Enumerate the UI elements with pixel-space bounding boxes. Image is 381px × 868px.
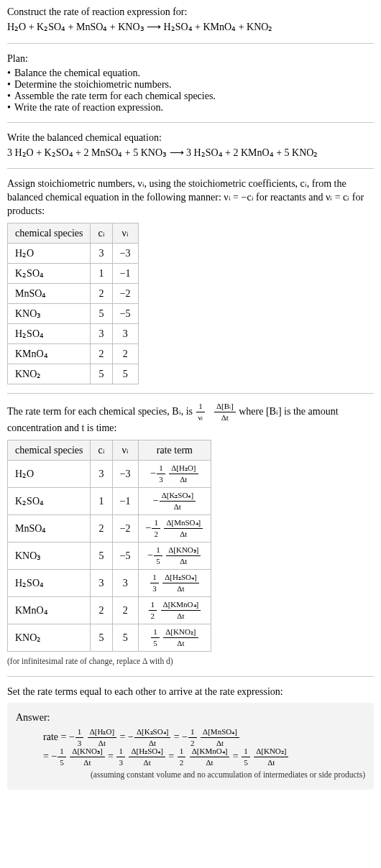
cell-species: K₂SO₄	[8, 488, 91, 515]
spacer	[198, 731, 201, 742]
cell-c: 2	[91, 597, 112, 624]
cell-species: H₂SO₄	[8, 324, 91, 344]
rate-term-section: The rate term for each chemical species,…	[7, 402, 374, 667]
cell-nu: −1	[112, 264, 138, 284]
plan-bullets: •Balance the chemical equation. •Determi…	[7, 68, 374, 114]
delta-fraction: Δ[KNO₂]Δt	[163, 628, 198, 647]
frac-den: Δt	[162, 583, 198, 593]
delta-fraction: Δ[H₂O]Δt	[169, 464, 198, 484]
spacer	[160, 632, 163, 642]
balanced-section: Write the balanced chemical equation: 3 …	[7, 131, 374, 160]
sign: −	[153, 495, 159, 506]
delta-fraction: Δ[KNO₂]Δt	[254, 747, 288, 767]
frac-num: 1	[154, 546, 162, 556]
cell-c: 2	[91, 284, 112, 304]
rate-term-expr: −15 Δ[KNO₃]Δt	[147, 546, 201, 565]
frac-num: Δ[K₂SO₄]	[160, 491, 196, 502]
spacer	[67, 751, 70, 762]
frac-den: 2	[188, 738, 197, 747]
cell-nu: −2	[112, 284, 138, 304]
delta-fraction: Δ[KNO₃]Δt	[70, 747, 104, 767]
delta-fraction: Δ[H₂SO₄]Δt	[129, 747, 165, 767]
answer-label: Answer:	[16, 711, 365, 725]
rate-expression-line-1: rate = −13 Δ[H₂O]Δt = −Δ[K₂SO₄]Δt = −12 …	[16, 728, 365, 747]
frac-den: 3	[116, 757, 125, 767]
cell-rate-term: −13 Δ[H₂O]Δt	[138, 461, 211, 488]
final-section: Set the rate terms equal to each other t…	[7, 685, 374, 790]
equals-sign: =	[230, 751, 241, 762]
answer-box: Answer: rate = −13 Δ[H₂O]Δt = −Δ[K₂SO₄]Δ…	[7, 703, 374, 789]
coef-fraction: 12	[188, 728, 197, 747]
frac-den: Δt	[201, 738, 239, 747]
rate-term-expr: 12 Δ[KMnO₄]Δt	[148, 601, 202, 620]
frac-den: Δt	[161, 611, 201, 620]
plan-item: •Determine the stoichiometric numbers.	[7, 79, 374, 91]
coef-fraction: 15	[58, 747, 66, 767]
coef-fraction: 12	[149, 601, 157, 620]
spacer	[208, 405, 211, 419]
col-species: chemical species	[8, 440, 91, 461]
table-row: H₂O3−3−13 Δ[H₂O]Δt	[8, 461, 211, 488]
cell-rate-term: 15 Δ[KNO₂]Δt	[138, 624, 211, 652]
frac-den: 3	[157, 474, 165, 484]
spacer	[157, 604, 160, 615]
spacer	[84, 731, 87, 742]
rate-term-expr: −Δ[K₂SO₄]Δt	[128, 728, 171, 747]
cell-nu: −3	[112, 461, 138, 488]
spacer	[161, 522, 164, 533]
frac-num: Δ[Bᵢ]	[214, 402, 236, 412]
plan-item-text: Assemble the rate term for each chemical…	[14, 91, 216, 102]
plan-item: •Assemble the rate term for each chemica…	[7, 91, 374, 102]
frac-num: 1	[151, 628, 160, 638]
frac-den: Δt	[214, 412, 236, 422]
frac-num: 1	[196, 402, 206, 412]
coef-fraction: 13	[75, 728, 84, 747]
cell-species: KMnO₄	[8, 597, 91, 624]
cell-c: 5	[91, 364, 112, 384]
coef-fraction: 12	[178, 747, 186, 767]
equals-sign: =	[106, 751, 116, 762]
equals-sign: =	[117, 731, 128, 742]
cell-c: 2	[91, 344, 112, 364]
cell-nu: 2	[112, 344, 138, 364]
frac-den: Δt	[134, 738, 170, 747]
rate-term-footnote: (for infinitesimal rate of change, repla…	[7, 656, 374, 668]
cell-rate-term: 12 Δ[KMnO₄]Δt	[138, 597, 211, 624]
frac-num: Δ[K₂SO₄]	[134, 728, 170, 738]
coef-fraction: 15	[242, 747, 250, 767]
frac-den: Δt	[164, 529, 203, 538]
cell-species: H₂SO₄	[8, 570, 91, 597]
cell-nu: 2	[112, 597, 138, 624]
cell-species: KNO₃	[8, 304, 91, 324]
frac-num: Δ[KNO₃]	[70, 747, 104, 757]
frac-den: Δt	[160, 502, 196, 511]
answer-note: (assuming constant volume and no accumul…	[16, 770, 365, 781]
rate-term-expr: −13 Δ[H₂O]Δt	[69, 728, 117, 747]
delta-fraction: Δ[KMnO₄]Δt	[190, 747, 230, 767]
cell-nu: 5	[112, 364, 138, 384]
cell-species: MnSO₄	[8, 284, 91, 304]
rate-term-expr: −13 Δ[H₂O]Δt	[150, 464, 198, 484]
frac-den: 5	[242, 757, 250, 767]
frac-den: νᵢ	[196, 412, 206, 422]
cell-species: H₂O	[8, 244, 91, 264]
frac-den: Δt	[70, 757, 104, 767]
rate-term-expr: −15 Δ[KNO₃]Δt	[51, 747, 105, 767]
frac-num: 1	[116, 747, 125, 757]
cell-c: 3	[91, 244, 112, 264]
rate-lead: =	[43, 751, 51, 762]
frac-den: Δt	[190, 757, 230, 767]
rate-term-expr: −Δ[K₂SO₄]Δt	[153, 491, 196, 511]
table-row: KNO₃5−5	[8, 304, 139, 324]
plan-item-text: Determine the stoichiometric numbers.	[14, 79, 172, 91]
final-lead: Set the rate terms equal to each other t…	[7, 685, 374, 699]
frac-num: Δ[H₂SO₄]	[129, 747, 165, 757]
rate-lead: rate =	[43, 731, 69, 742]
cell-c: 1	[91, 488, 112, 515]
frac-num: 1	[75, 728, 84, 738]
frac-den: 3	[75, 738, 84, 747]
separator	[7, 122, 374, 123]
frac-den: 2	[152, 529, 160, 538]
frac-den: 2	[149, 611, 157, 620]
table-row: KNO₂5515 Δ[KNO₂]Δt	[8, 624, 211, 652]
